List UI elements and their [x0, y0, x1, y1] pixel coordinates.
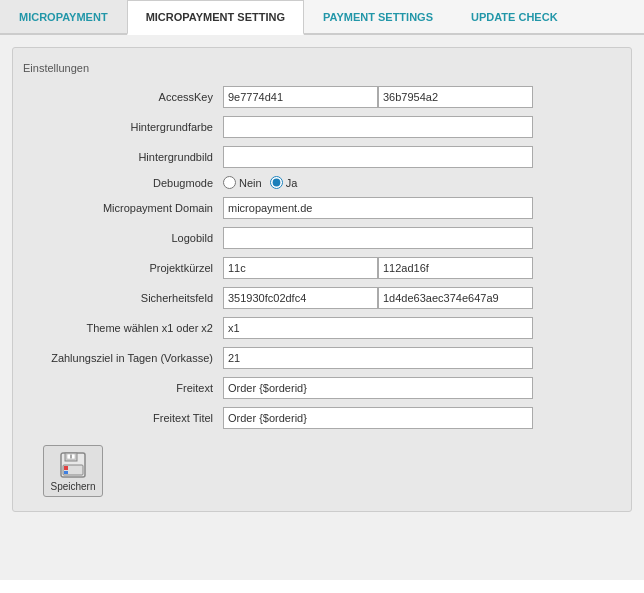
- label-micropayment-domain: Micropayment Domain: [23, 202, 223, 214]
- projektkuerzel-input-2[interactable]: [378, 257, 533, 279]
- row-debugmode: Debugmode Nein Ja: [23, 176, 621, 189]
- zahlungsziel-input[interactable]: [223, 347, 533, 369]
- save-button-label: Speichern: [50, 481, 95, 492]
- label-projektkuerzel: Projektkürzel: [23, 262, 223, 274]
- row-theme: Theme wählen x1 oder x2: [23, 317, 621, 339]
- settings-panel: Einstellungen AccessKey Hintergrundfarbe…: [12, 47, 632, 512]
- hintergrundfarbe-input[interactable]: [223, 116, 533, 138]
- row-hintergrundbild: Hintergrundbild: [23, 146, 621, 168]
- micropayment-domain-input[interactable]: [223, 197, 533, 219]
- save-button-wrap: Speichern: [23, 445, 621, 497]
- label-theme: Theme wählen x1 oder x2: [23, 322, 223, 334]
- projektkuerzel-inputs: [223, 257, 533, 279]
- freitext-titel-input[interactable]: [223, 407, 533, 429]
- access-key-inputs: [223, 86, 533, 108]
- label-freitext: Freitext: [23, 382, 223, 394]
- theme-input[interactable]: [223, 317, 533, 339]
- tab-bar: MICROPAYMENT MICROPAYMENT SETTING PAYMEN…: [0, 0, 644, 35]
- debugmode-ja-text: Ja: [286, 177, 298, 189]
- sicherheitsfeld-inputs: [223, 287, 533, 309]
- label-zahlungsziel: Zahlungsziel in Tagen (Vorkasse): [23, 352, 223, 364]
- label-hintergrundbild: Hintergrundbild: [23, 151, 223, 163]
- debugmode-ja-radio[interactable]: [270, 176, 283, 189]
- label-hintergrundfarbe: Hintergrundfarbe: [23, 121, 223, 133]
- row-sicherheitsfeld: Sicherheitsfeld: [23, 287, 621, 309]
- label-debugmode: Debugmode: [23, 177, 223, 189]
- row-freitext-titel: Freitext Titel: [23, 407, 621, 429]
- content-area: Einstellungen AccessKey Hintergrundfarbe…: [0, 35, 644, 580]
- row-logobild: Logobild: [23, 227, 621, 249]
- access-key-input-1[interactable]: [223, 86, 378, 108]
- row-hintergrundfarbe: Hintergrundfarbe: [23, 116, 621, 138]
- svg-rect-6: [64, 471, 68, 474]
- freitext-input[interactable]: [223, 377, 533, 399]
- debugmode-nein-radio[interactable]: [223, 176, 236, 189]
- svg-rect-3: [70, 454, 72, 458]
- floppy-icon: [59, 451, 87, 479]
- tab-micropayment[interactable]: MICROPAYMENT: [0, 0, 127, 33]
- row-access-key: AccessKey: [23, 86, 621, 108]
- label-sicherheitsfeld: Sicherheitsfeld: [23, 292, 223, 304]
- debugmode-radio-group: Nein Ja: [223, 176, 297, 189]
- debugmode-nein-label[interactable]: Nein: [223, 176, 262, 189]
- sicherheitsfeld-input-2[interactable]: [378, 287, 533, 309]
- tab-update-check[interactable]: UPDATE CHECK: [452, 0, 577, 33]
- row-projektkuerzel: Projektkürzel: [23, 257, 621, 279]
- access-key-input-2[interactable]: [378, 86, 533, 108]
- label-access-key: AccessKey: [23, 91, 223, 103]
- logobild-input[interactable]: [223, 227, 533, 249]
- row-micropayment-domain: Micropayment Domain: [23, 197, 621, 219]
- svg-rect-5: [64, 466, 68, 470]
- save-button[interactable]: Speichern: [43, 445, 103, 497]
- label-freitext-titel: Freitext Titel: [23, 412, 223, 424]
- row-zahlungsziel: Zahlungsziel in Tagen (Vorkasse): [23, 347, 621, 369]
- tab-payment-settings[interactable]: PAYMENT SETTINGS: [304, 0, 452, 33]
- sicherheitsfeld-input-1[interactable]: [223, 287, 378, 309]
- debugmode-nein-text: Nein: [239, 177, 262, 189]
- projektkuerzel-input-1[interactable]: [223, 257, 378, 279]
- hintergrundbild-input[interactable]: [223, 146, 533, 168]
- row-freitext: Freitext: [23, 377, 621, 399]
- panel-title: Einstellungen: [23, 62, 621, 74]
- tab-micropayment-setting[interactable]: MICROPAYMENT SETTING: [127, 0, 304, 35]
- label-logobild: Logobild: [23, 232, 223, 244]
- debugmode-ja-label[interactable]: Ja: [270, 176, 298, 189]
